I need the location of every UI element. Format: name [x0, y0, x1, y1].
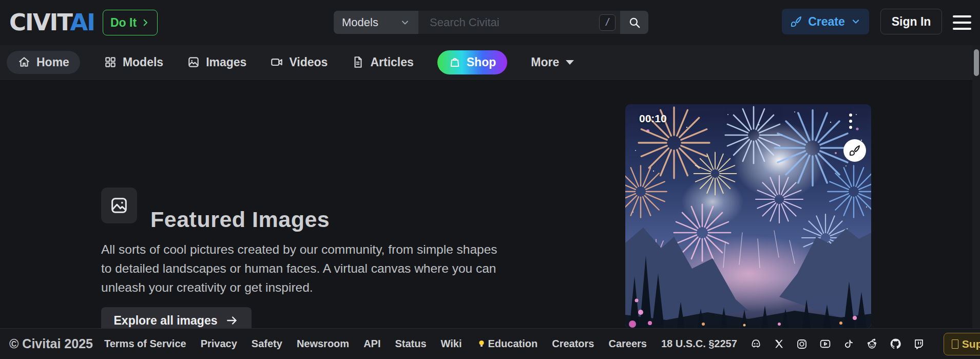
- twitch-icon[interactable]: [913, 338, 925, 350]
- footer-link-terms[interactable]: Terms of Service: [104, 338, 186, 350]
- nav-label: Images: [206, 55, 246, 69]
- civitai-logo[interactable]: CIVITAI: [9, 10, 94, 35]
- search-bar: Models /: [334, 11, 648, 34]
- featured-image-card[interactable]: 00:10: [625, 104, 871, 329]
- search-category-select[interactable]: Models: [334, 11, 418, 34]
- lightbulb-icon: [476, 339, 487, 349]
- footer-link-education[interactable]: Education: [476, 338, 538, 350]
- article-icon: [351, 55, 364, 69]
- search-input-wrap: /: [418, 11, 620, 34]
- tiktok-icon[interactable]: [842, 338, 855, 350]
- create-label: Create: [808, 15, 845, 29]
- discord-icon[interactable]: [750, 337, 762, 350]
- description-line: to detailed landscapes or human faces. A…: [101, 259, 497, 278]
- nav-label: Shop: [467, 55, 496, 69]
- home-icon: [17, 55, 31, 69]
- brush-icon: [790, 15, 802, 28]
- main-nav: Home Models Images Videos Articles Shop …: [0, 45, 980, 80]
- support-label: Support: [962, 338, 980, 350]
- do-it-button[interactable]: Do It: [103, 10, 158, 35]
- featured-section-icon-box: [101, 187, 137, 223]
- x-icon[interactable]: [773, 338, 785, 350]
- github-icon[interactable]: [889, 337, 902, 350]
- sign-in-label: Sign In: [892, 15, 931, 28]
- nav-item-videos[interactable]: Videos: [270, 55, 328, 69]
- footer-links: Terms of Service Privacy Safety Newsroom…: [104, 338, 737, 350]
- sign-in-button[interactable]: Sign In: [880, 9, 942, 34]
- nav-item-images[interactable]: Images: [187, 55, 246, 69]
- fireworks-video-thumbnail: [625, 104, 871, 329]
- social-links: [750, 337, 925, 350]
- chevron-down-icon: [400, 17, 410, 28]
- footer-link-status[interactable]: Status: [395, 338, 426, 350]
- photo-icon: [187, 55, 200, 69]
- logo-ai: AI: [70, 9, 95, 36]
- footer-link-api[interactable]: API: [363, 338, 380, 350]
- footer-link-careers[interactable]: Careers: [608, 338, 647, 350]
- instagram-icon[interactable]: [796, 338, 808, 350]
- scrollbar-track[interactable]: [972, 45, 980, 328]
- nav-item-articles[interactable]: Articles: [351, 55, 413, 69]
- brush-icon: [849, 144, 861, 157]
- nav-label: Models: [123, 55, 163, 69]
- create-button[interactable]: Create: [782, 9, 869, 34]
- video-icon: [270, 55, 283, 69]
- nav-item-models[interactable]: Models: [104, 55, 163, 69]
- nav-label: Home: [36, 55, 69, 69]
- header: CIVITAI Do It Models / Create Sign In: [0, 0, 980, 45]
- footer-link-wiki[interactable]: Wiki: [441, 338, 462, 350]
- chevron-right-icon: [141, 18, 150, 27]
- nav-item-shop[interactable]: Shop: [437, 50, 508, 74]
- section-description: All sorts of cool pictures created by ou…: [101, 240, 497, 297]
- do-it-label: Do It: [110, 16, 137, 30]
- usc-2257-text: 18 U.S.C. §2257: [661, 338, 737, 350]
- explore-label: Explore all images: [114, 314, 218, 328]
- search-icon: [628, 16, 641, 29]
- search-input[interactable]: [418, 16, 599, 29]
- page-title: Featured Images: [150, 207, 330, 232]
- kebab-menu-icon[interactable]: [846, 111, 856, 131]
- keyboard-shortcut-badge: /: [599, 14, 616, 31]
- scrollbar-thumb[interactable]: [974, 49, 979, 76]
- nav-label: More: [531, 55, 559, 69]
- nav-label: Videos: [289, 55, 328, 69]
- hamburger-menu-icon[interactable]: [953, 15, 971, 30]
- chevron-down-icon: [851, 16, 861, 27]
- description-line: All sorts of cool pictures created by ou…: [101, 240, 497, 259]
- photo-icon: [109, 195, 129, 216]
- arrow-right-icon: [225, 314, 239, 327]
- footer-link-creators[interactable]: Creators: [552, 338, 594, 350]
- nav-item-more[interactable]: More: [531, 55, 574, 69]
- youtube-icon[interactable]: [819, 337, 832, 350]
- grid-icon: [104, 55, 117, 69]
- description-line: unleash your creativity or get inspired.: [101, 278, 497, 297]
- missing-glyph-icon: [952, 339, 958, 349]
- footer: © Civitai 2025 Terms of Service Privacy …: [0, 328, 980, 359]
- logo-civit: CIVIT: [9, 9, 70, 36]
- nav-item-home[interactable]: Home: [7, 51, 80, 74]
- shortcut-key: /: [606, 16, 609, 28]
- search-button[interactable]: [620, 11, 648, 34]
- video-duration-badge: 00:10: [639, 112, 667, 125]
- footer-link-newsroom[interactable]: Newsroom: [297, 338, 349, 350]
- search-category-value: Models: [342, 16, 378, 29]
- footer-link-safety[interactable]: Safety: [252, 338, 282, 350]
- caret-down-icon: [566, 60, 574, 65]
- copyright-text: © Civitai 2025: [9, 336, 93, 351]
- support-button[interactable]: Support: [944, 333, 980, 355]
- remix-brush-button[interactable]: [843, 139, 866, 162]
- shopping-bag-icon: [449, 56, 461, 68]
- reddit-icon[interactable]: [866, 337, 878, 350]
- footer-link-privacy[interactable]: Privacy: [201, 338, 237, 350]
- nav-label: Articles: [370, 55, 413, 69]
